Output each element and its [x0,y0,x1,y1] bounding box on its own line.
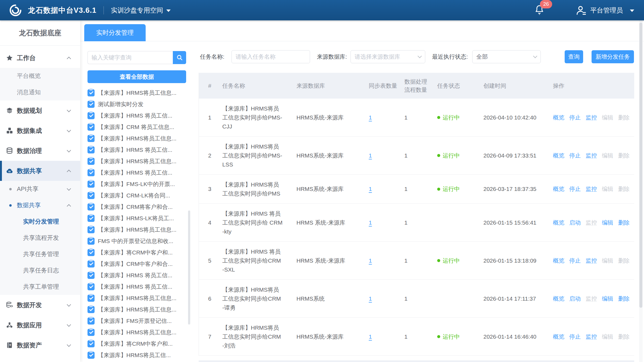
row-action-link[interactable]: 编辑 [602,152,613,159]
list-item[interactable]: 【来源库】CRM-LK将合同... [87,190,187,201]
sidebar-item-realtime-distribution[interactable]: 实时分发管理 [0,213,80,230]
list-item[interactable]: 【来源库】HRMS 将员工信... [87,110,187,121]
list-item[interactable]: 【来源库】HRMS将员工信息... [87,156,187,167]
list-item[interactable]: 【来源库】HRMS将员工信息... [87,327,187,338]
row-action-link[interactable]: 监控 [586,185,597,193]
list-item[interactable]: 【来源库】HRMS 将员工信... [87,144,187,156]
list-item[interactable]: FMS 中的开票登记信息和收... [87,235,187,247]
row-action-link[interactable]: 删除 [618,257,630,265]
row-action-link[interactable]: 编辑 [602,185,613,193]
list-item[interactable]: 【来源库】HRMS将员工信息... [87,87,187,99]
list-item[interactable]: 【来源库】CRM中客户和合... [87,258,187,270]
row-action-link[interactable]: 概览 [553,333,564,341]
sync-table-count-link[interactable]: 1 [369,114,372,121]
query-button[interactable]: 查询 [565,50,583,63]
sync-table-count-link[interactable]: 1 [369,152,372,159]
sidebar-item-share-ticket-mgmt[interactable]: 共享工单管理 [0,279,80,295]
page-scrollbar-thumb[interactable] [639,23,642,308]
row-action-link[interactable]: 启动 [569,295,581,303]
list-item[interactable]: 【来源库】CRM将客户和合... [87,201,187,213]
sync-table-count-link[interactable]: 1 [369,257,372,264]
row-action-link[interactable]: 删除 [618,333,630,341]
row-action-link[interactable]: 概览 [553,152,564,159]
exec-status-select[interactable]: 全部 [472,50,541,63]
row-action-link[interactable]: 监控 [586,219,597,226]
source-db-select[interactable]: 请选择来源数据库 [351,50,425,63]
sidebar-item-share-flow-dev[interactable]: 共享流程开发 [0,230,80,246]
list-item[interactable]: 【来源库】HRMS 将员工信... [87,281,187,292]
list-item[interactable]: 【来源库】HRMS将员工信息... [87,292,187,304]
row-action-link[interactable]: 编辑 [602,295,613,303]
row-action-link[interactable]: 删除 [618,219,630,226]
row-action-link[interactable]: 停止 [569,152,581,159]
row-action-link[interactable]: 概览 [553,114,564,121]
list-scrollbar[interactable] [188,210,190,325]
sync-table-count-link[interactable]: 1 [369,219,372,226]
user-menu[interactable]: 平台管理员 [576,5,634,16]
row-action-link[interactable]: 编辑 [602,257,613,265]
row-action-link[interactable]: 停止 [569,114,581,121]
sidebar-item-workbench[interactable]: 工作台 [0,48,80,68]
sync-table-count-link[interactable]: 1 [369,295,372,302]
list-item[interactable]: 【来源库】将CRM中客户和... [87,338,187,350]
row-action-link[interactable]: 监控 [586,152,597,159]
row-action-link[interactable]: 概览 [553,295,564,303]
sidebar-item-data-dev[interactable]: 数据开发 [0,295,80,315]
list-item[interactable]: 【来源库】FMS-LK中的开票... [87,178,187,190]
sidebar-item-api-share[interactable]: API共享 [0,181,80,197]
sidebar-item-data-sharing[interactable]: 数据共享 [0,161,80,181]
sidebar-item-data-governance[interactable]: 数据治理 [0,141,80,161]
list-item[interactable]: 【来源库】FMS开票登记信... [87,315,187,327]
notification-badge: 26 [540,0,552,8]
sidebar-item-data-integration[interactable]: 数据集成 [0,121,80,141]
list-item[interactable]: 【来源库】将CRM中客户和... [87,247,187,258]
search-button[interactable] [173,51,186,64]
row-action-link[interactable]: 停止 [569,333,581,341]
row-action-link[interactable]: 停止 [569,185,581,193]
task-name-input[interactable] [232,50,310,63]
list-item[interactable]: 【来源库】HRMS将员工信息... [87,133,187,144]
clipboard-check-icon [87,169,95,176]
sidebar-item-share-task-log[interactable]: 共享任务日志 [0,262,80,279]
row-action-link[interactable]: 删除 [618,114,630,121]
sidebar-item-data-asset[interactable]: ¥ 数据资产 [0,335,80,355]
list-item[interactable]: 【来源库】HRMS将员工信... [87,350,187,361]
row-action-link[interactable]: 编辑 [602,219,613,226]
list-item[interactable]: 【来源库】CRM 将员工信息... [87,121,187,133]
sidebar-item-data-app[interactable]: 数据应用 [0,315,80,335]
tab-realtime-distribution[interactable]: 实时分发管理 [84,24,146,41]
row-action-link[interactable]: 删除 [618,295,630,303]
row-action-link[interactable]: 监控 [586,333,597,341]
list-item[interactable]: 【来源库】HRMS 将员工信... [87,270,187,281]
sync-table-count-link[interactable]: 1 [369,186,372,192]
row-action-link[interactable]: 删除 [618,152,630,159]
row-action-link[interactable]: 监控 [586,257,597,265]
view-all-data-button[interactable]: 查看全部数据 [87,70,186,83]
row-action-link[interactable]: 概览 [553,219,564,226]
notification-bell[interactable]: 26 [534,4,544,16]
row-action-link[interactable]: 启动 [569,219,581,226]
workspace-switcher[interactable]: 实训沙盘专用空间 [111,6,171,15]
sidebar-item-data-share[interactable]: 数据共享 [0,197,80,213]
sidebar-item-data-planning[interactable]: 数据规划 [0,100,80,121]
row-action-link[interactable]: 编辑 [602,114,613,121]
row-action-link[interactable]: 删除 [618,185,630,193]
row-action-link[interactable]: 编辑 [602,333,613,341]
row-action-link[interactable]: 监控 [586,295,597,303]
list-item[interactable]: 【来源库】HRMS 将员工信... [87,167,187,178]
add-distribution-task-button[interactable]: 新增分发任务 [592,50,634,63]
sidebar-item-platform-overview[interactable]: 平台概览 [0,68,80,84]
row-action-link[interactable]: 概览 [553,257,564,265]
sidebar-item-share-task-mgmt[interactable]: 共享任务管理 [0,246,80,262]
row-action-link[interactable]: 监控 [586,114,597,121]
list-item[interactable]: 【来源库】HRMS将员工信息... [87,304,187,315]
list-item[interactable]: 测试新增实时分发 [87,99,187,110]
table-body: 1 【来源库】HRMS将员工信息实时同步给PMS-CJJ HRMS系统-来源库 … [199,99,634,356]
row-action-link[interactable]: 概览 [553,185,564,193]
keyword-search-input[interactable] [87,51,173,64]
list-item[interactable]: 【来源库】HRMS将员工信息... [87,224,187,235]
list-item[interactable]: 【来源库】HRMS-LK将员工... [87,213,187,224]
row-action-link[interactable]: 停止 [569,257,581,265]
sidebar-item-messages[interactable]: 消息通知 [0,84,80,100]
sync-table-count-link[interactable]: 1 [369,333,372,340]
